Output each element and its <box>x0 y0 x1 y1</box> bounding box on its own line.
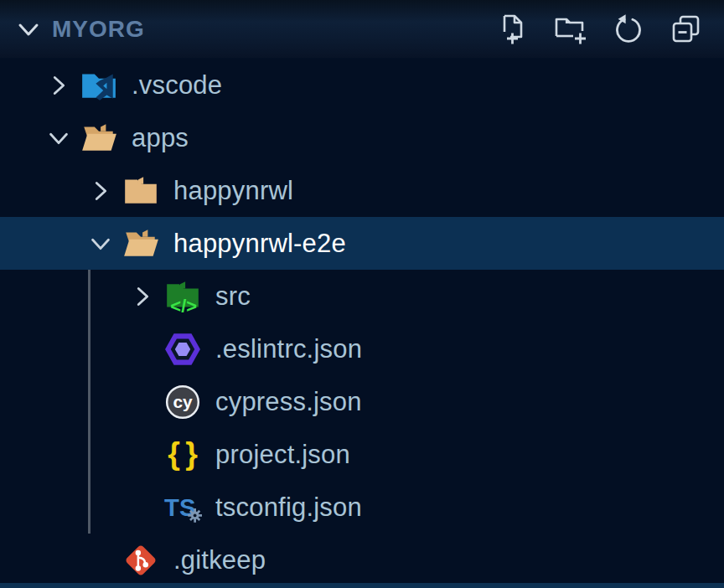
tree-row-apps[interactable]: apps <box>0 111 724 164</box>
next-row-partial-highlight <box>0 583 724 588</box>
explorer-sidebar: MYORG <box>0 0 724 588</box>
collapse-all-icon <box>670 13 703 46</box>
section-title: MYORG <box>52 16 145 43</box>
tree-row-label: cypress.json <box>215 387 362 417</box>
refresh-icon <box>612 13 645 46</box>
tree-row-cypress-json[interactable]: cy cypress.json <box>0 375 724 428</box>
svg-text:{: { <box>168 436 180 471</box>
chevron-right-icon[interactable] <box>122 276 163 317</box>
tree-row-gitkeep[interactable]: .gitkeep <box>0 534 724 586</box>
chevron-down-icon[interactable] <box>10 11 47 48</box>
tree-row-label: happynrwl-e2e <box>173 229 346 259</box>
collapse-all-button[interactable] <box>669 12 704 47</box>
new-folder-icon <box>554 13 587 46</box>
twisty-spacer <box>122 435 163 475</box>
tree-row-label: tsconfig.json <box>215 493 362 523</box>
tree-row-label: .vscode <box>132 70 222 101</box>
chevron-right-icon[interactable] <box>80 171 121 211</box>
tree-row-label: happynrwl <box>173 176 293 206</box>
tree-row-eslintrc-json[interactable]: .eslintrc.json <box>0 322 724 375</box>
chevron-right-icon[interactable] <box>39 65 79 106</box>
folder-open-icon <box>121 224 161 264</box>
twisty-spacer <box>122 487 163 528</box>
svg-text:cy: cy <box>173 392 193 411</box>
explorer-section-header[interactable]: MYORG <box>0 0 724 59</box>
eslint-icon <box>163 329 203 369</box>
refresh-button[interactable] <box>611 12 646 47</box>
new-folder-button[interactable] <box>553 12 588 47</box>
chevron-down-icon[interactable] <box>80 224 121 264</box>
tree-row-project-json[interactable]: { } project.json <box>0 428 724 481</box>
new-file-icon <box>496 13 530 46</box>
svg-text:}: } <box>185 436 198 471</box>
src-folder-icon: </> <box>163 276 203 317</box>
cypress-icon: cy <box>163 382 203 422</box>
twisty-spacer <box>122 329 163 369</box>
tree-row-happynrwl[interactable]: happynrwl <box>0 164 724 217</box>
tree-row-label: .eslintrc.json <box>215 334 362 364</box>
json-icon: { } <box>163 435 203 475</box>
tree-row-happynrwl-e2e[interactable]: happynrwl-e2e <box>0 217 724 270</box>
svg-text:TS: TS <box>164 494 195 521</box>
tree-row-label: src <box>215 281 251 312</box>
new-file-button[interactable] <box>495 12 530 47</box>
tree-row-label: apps <box>132 123 189 153</box>
tree-row-vscode[interactable]: .vscode <box>0 59 724 111</box>
header-actions <box>495 12 704 47</box>
twisty-spacer <box>80 540 121 580</box>
tree-row-src[interactable]: </> src <box>0 270 724 322</box>
file-tree: .vscode apps <box>0 59 724 586</box>
tree-row-label: project.json <box>215 440 350 470</box>
tree-row-label: .gitkeep <box>173 545 266 575</box>
indent-guide <box>88 270 90 534</box>
twisty-spacer <box>122 382 163 422</box>
folder-closed-icon <box>121 171 161 211</box>
folder-open-icon <box>79 118 119 158</box>
tree-row-tsconfig-json[interactable]: TS tsconfig.json <box>0 481 724 534</box>
svg-text:</>: </> <box>170 295 197 315</box>
git-icon <box>121 540 161 580</box>
vscode-folder-icon <box>79 65 119 106</box>
chevron-down-icon[interactable] <box>39 118 79 158</box>
typescript-config-icon: TS <box>163 487 203 528</box>
